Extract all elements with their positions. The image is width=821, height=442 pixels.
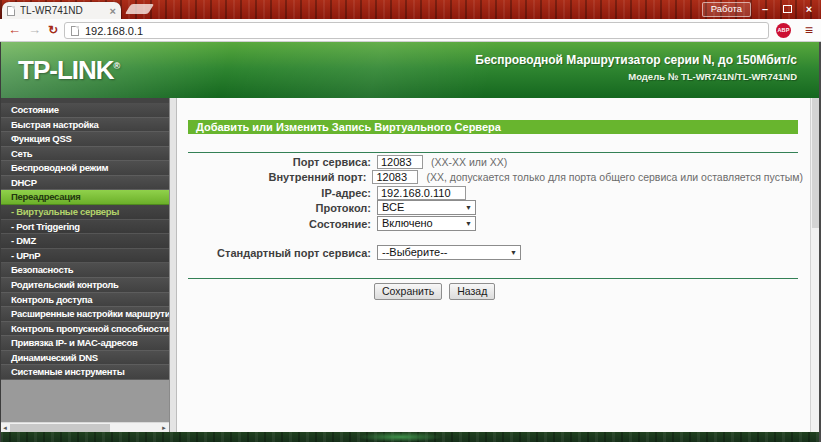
service-port-hint: (XX-XX или XX)	[431, 156, 507, 168]
sidebar-item-port-triggering[interactable]: - Port Triggering	[0, 220, 169, 235]
sidebar-item-system-tools[interactable]: Системные инструменты	[0, 365, 169, 380]
router-page: TP-LINK® Беспроводной Маршрутизатор сери…	[0, 42, 821, 442]
ip-address-row: IP-адрес:	[188, 185, 803, 200]
new-tab-button[interactable]	[125, 4, 154, 14]
tab-title: TL-WR741ND	[20, 5, 110, 16]
sidebar-item-ip-mac-binding[interactable]: Привязка IP- и MAC-адресов	[0, 336, 169, 351]
internal-port-label: Внутренний порт:	[188, 171, 366, 183]
back-icon[interactable]: ←	[8, 21, 21, 39]
sidebar-horizontal-scrollbar[interactable]: ◄ ►	[0, 422, 169, 432]
tplink-logo: TP-LINK®	[18, 55, 120, 86]
footer-strip	[0, 432, 819, 442]
sidebar-item-network[interactable]: Сеть	[0, 147, 169, 162]
sidebar-item-parental-control[interactable]: Родительский контроль	[0, 278, 169, 293]
sidebar-item-access-control[interactable]: Контроль доступа	[0, 293, 169, 308]
service-port-row: Порт сервиса: (XX-XX или XX)	[188, 154, 803, 169]
form-buttons: Сохранить Назад	[374, 283, 495, 300]
profile-button[interactable]: Работа	[702, 2, 751, 17]
status-label: Состояние:	[188, 218, 371, 230]
ip-address-label: IP-адрес:	[188, 187, 371, 199]
sidebar-item-forwarding[interactable]: Переадресация	[0, 190, 169, 205]
forward-icon: →	[28, 21, 41, 39]
back-button[interactable]: Назад	[449, 283, 495, 300]
sidebar-item-bandwidth-control[interactable]: Контроль пропускной способности	[0, 322, 169, 337]
internal-port-hint: (XX, допускается только для порта общего…	[426, 171, 803, 183]
reload-icon[interactable]: ↻	[48, 21, 58, 39]
content-vertical-scrollbar[interactable]	[810, 98, 819, 432]
internal-port-input[interactable]	[372, 170, 418, 184]
frame-divider	[169, 98, 177, 432]
sidebar-item-dmz[interactable]: - DMZ	[0, 234, 169, 249]
protocol-row: Протокол: ВСЕ▼	[188, 200, 803, 215]
window-controls: Работа – ×	[702, 2, 817, 16]
chevron-down-icon: ▼	[510, 249, 517, 257]
protocol-selected-value: ВСЕ	[382, 201, 404, 213]
sidebar-item-dhcp[interactable]: DHCP	[0, 176, 169, 191]
save-button[interactable]: Сохранить	[374, 283, 442, 300]
close-button[interactable]: ×	[801, 3, 817, 16]
adblock-icon[interactable]: ABP	[776, 23, 791, 38]
sidebar-item-advanced-routing[interactable]: Расширенные настройки маршрутизации	[0, 307, 169, 322]
header-model-number: Модель № TL-WR741N/TL-WR741ND	[475, 71, 797, 82]
status-row: Состояние: Включено▼	[188, 216, 803, 231]
url-bar[interactable]: 192.168.0.1	[64, 22, 769, 39]
common-service-port-label: Стандартный порт сервиса:	[188, 247, 371, 259]
sidebar-item-dynamic-dns[interactable]: Динамический DNS	[0, 351, 169, 366]
chevron-down-icon: ▼	[465, 220, 472, 228]
sidebar: Состояние Быстрая настройка Функция QSS …	[0, 98, 169, 432]
hamburger-menu-icon[interactable]: ≡	[805, 22, 813, 39]
form-bottom-divider	[188, 278, 798, 279]
service-port-label: Порт сервиса:	[188, 156, 371, 168]
protocol-select[interactable]: ВСЕ▼	[377, 200, 476, 215]
common-service-port-selected-value: --Выберите--	[382, 246, 447, 258]
ip-address-input[interactable]	[377, 186, 466, 200]
tab-strip: TL-WR741ND × Работа – ×	[0, 0, 821, 19]
common-service-port-select[interactable]: --Выберите--▼	[377, 245, 521, 260]
scrollbar-thumb[interactable]	[10, 424, 110, 432]
sidebar-menu: Состояние Быстрая настройка Функция QSS …	[0, 98, 169, 380]
chevron-down-icon: ▼	[465, 204, 472, 212]
tplink-header: TP-LINK® Беспроводной Маршрутизатор сери…	[0, 42, 819, 98]
status-select[interactable]: Включено▼	[377, 216, 476, 231]
sidebar-item-wireless[interactable]: Беспроводной режим	[0, 161, 169, 176]
window-left-edge	[0, 42, 1, 442]
header-subtitle: Беспроводной Маршрутизатор серии N, до 1…	[475, 53, 797, 67]
sidebar-item-quick-setup[interactable]: Быстрая настройка	[0, 118, 169, 133]
tab-close-icon[interactable]: ×	[110, 6, 116, 16]
sidebar-item-security[interactable]: Безопасность	[0, 263, 169, 278]
browser-window: TL-WR741ND × Работа – × ← → ↻ 192.168.0.…	[0, 0, 821, 442]
scrollbar-thumb[interactable]	[812, 98, 819, 228]
registered-mark: ®	[114, 61, 121, 71]
sidebar-item-qss[interactable]: Функция QSS	[0, 132, 169, 147]
main-content: Добавить или Изменить Запись Виртуальног…	[177, 98, 810, 432]
internal-port-row: Внутренний порт: (XX, допускается только…	[188, 169, 803, 184]
sidebar-item-upnp[interactable]: - UPnP	[0, 249, 169, 264]
sidebar-item-virtual-servers[interactable]: - Виртуальные серверы	[0, 205, 169, 220]
minimize-button[interactable]: –	[757, 3, 773, 16]
form-top-divider	[188, 152, 798, 153]
status-selected-value: Включено	[382, 217, 433, 229]
header-model-info: Беспроводной Маршрутизатор серии N, до 1…	[475, 53, 797, 82]
service-port-input[interactable]	[377, 155, 423, 169]
page-title: Добавить или Изменить Запись Виртуальног…	[188, 120, 798, 134]
restore-button[interactable]	[779, 3, 795, 16]
browser-toolbar: ← → ↻ 192.168.0.1 ABP ≡	[0, 19, 821, 42]
common-service-port-row: Стандартный порт сервиса: --Выберите--▼	[188, 245, 803, 260]
protocol-label: Протокол:	[188, 202, 371, 214]
browser-tab[interactable]: TL-WR741ND ×	[2, 2, 121, 19]
url-text[interactable]: 192.168.0.1	[85, 25, 143, 37]
sidebar-item-status[interactable]: Состояние	[0, 103, 169, 118]
page-icon	[71, 26, 79, 36]
favicon-page-icon	[7, 6, 15, 16]
